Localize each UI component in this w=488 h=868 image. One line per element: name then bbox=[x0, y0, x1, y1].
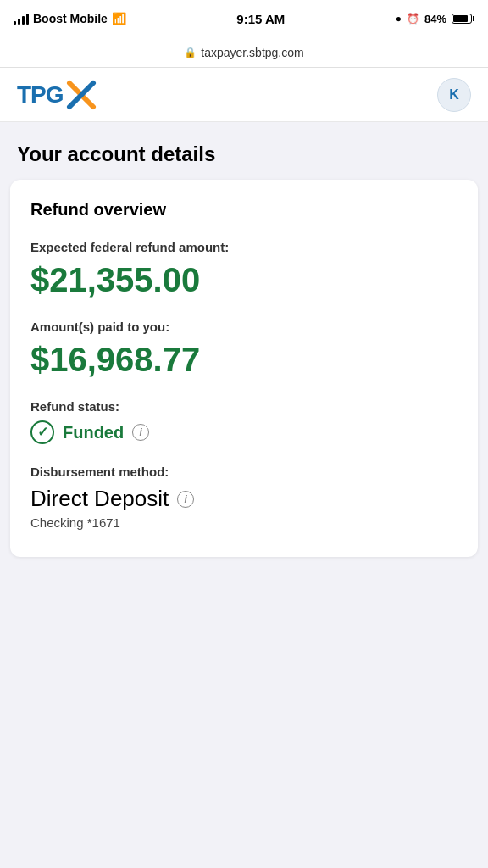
disbursement-info-icon[interactable]: i bbox=[177, 491, 194, 508]
account-info: Checking *1671 bbox=[30, 515, 458, 530]
card-title: Refund overview bbox=[30, 200, 458, 220]
funded-status-row: ✓ Funded i bbox=[30, 420, 458, 444]
disbursement-method-value: Direct Deposit bbox=[30, 486, 169, 512]
status-bar: Boost Mobile 📶 9:15 AM ● ⏰ 84% bbox=[0, 0, 488, 37]
lock-icon: 🔒 bbox=[184, 47, 197, 58]
refund-overview-card: Refund overview Expected federal refund … bbox=[10, 180, 478, 557]
battery-percent: 84% bbox=[424, 13, 446, 25]
disbursement-label: Disbursement method: bbox=[30, 465, 458, 479]
paid-amount-label: Amount(s) paid to you: bbox=[30, 320, 458, 334]
battery-icon bbox=[452, 14, 474, 24]
logo-tpg-text: TPG bbox=[17, 81, 64, 108]
user-avatar[interactable]: K bbox=[437, 78, 471, 112]
status-time: 9:15 AM bbox=[236, 12, 285, 26]
refund-status-label: Refund status: bbox=[30, 399, 458, 414]
refund-status-section: Refund status: ✓ Funded i bbox=[30, 399, 458, 444]
funded-info-icon[interactable]: i bbox=[132, 424, 149, 441]
location-icon: ● bbox=[396, 13, 402, 25]
funded-status-value: Funded bbox=[63, 423, 124, 442]
alarm-icon: ⏰ bbox=[407, 13, 419, 25]
signal-icon bbox=[14, 13, 29, 25]
url-text: taxpayer.sbtpg.com bbox=[201, 46, 303, 59]
page-title-section: Your account details bbox=[0, 122, 488, 180]
paid-amount-value: $16,968.77 bbox=[30, 341, 458, 379]
status-right: ● ⏰ 84% bbox=[396, 13, 474, 25]
avatar-initial: K bbox=[449, 87, 459, 103]
wifi-icon: 📶 bbox=[112, 12, 126, 25]
disbursement-section: Disbursement method: Direct Deposit i Ch… bbox=[30, 465, 458, 530]
direct-deposit-row: Direct Deposit i bbox=[30, 486, 458, 512]
expected-refund-label: Expected federal refund amount: bbox=[30, 240, 458, 254]
page-title: Your account details bbox=[17, 142, 471, 166]
expected-refund-value: $21,355.00 bbox=[30, 261, 458, 299]
funded-check-icon: ✓ bbox=[30, 420, 54, 444]
expected-refund-section: Expected federal refund amount: $21,355.… bbox=[30, 240, 458, 299]
url-bar[interactable]: 🔒 taxpayer.sbtpg.com bbox=[0, 37, 488, 68]
header: TPG K bbox=[0, 68, 488, 122]
paid-amount-section: Amount(s) paid to you: $16,968.77 bbox=[30, 320, 458, 379]
logo-x-icon bbox=[66, 80, 97, 110]
carrier-name: Boost Mobile bbox=[33, 12, 108, 25]
logo: TPG bbox=[17, 80, 97, 110]
status-left: Boost Mobile 📶 bbox=[14, 12, 126, 25]
